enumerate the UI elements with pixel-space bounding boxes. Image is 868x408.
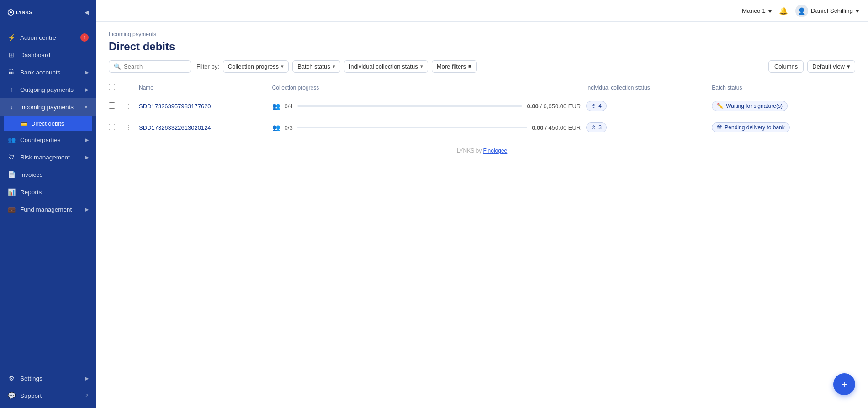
sidebar-item-label: Counterparties [20, 137, 61, 143]
counterparties-icon: 👥 [7, 136, 16, 144]
sidebar-item-label: Support [20, 392, 42, 399]
row-actions-cell: ⋮ [123, 95, 139, 117]
incoming-payments-icon: ↓ [7, 103, 16, 111]
sidebar-navigation: ⚡ Action centre 1 ⊞ Dashboard 🏛 Bank acc… [0, 25, 96, 366]
row-checkbox[interactable] [109, 102, 115, 109]
sidebar-item-label: Fund management [20, 206, 72, 213]
manco-selector[interactable]: Manco 1 ▾ [742, 7, 772, 15]
header-collection-progress: Collection progress [272, 80, 587, 95]
finologee-link[interactable]: Finologee [483, 148, 508, 154]
sidebar-item-settings[interactable]: ⚙ Settings ▶ [0, 370, 96, 387]
manco-label: Manco 1 [742, 7, 766, 14]
collection-progress-label: Collection progress [228, 63, 279, 70]
amount-total: 6,050.00 EUR [544, 103, 581, 110]
more-filters-button[interactable]: More filters ≡ [432, 60, 477, 73]
sidebar-item-counterparties[interactable]: 👥 Counterparties ▶ [0, 131, 96, 148]
user-avatar: 👤 [795, 5, 808, 17]
user-menu[interactable]: 👤 Daniel Schilling ▾ [795, 5, 859, 17]
individual-status-count: 4 [598, 103, 602, 109]
row-batch-status: ✏️ Waiting for signature(s) [712, 95, 855, 117]
progress-group-icon: 👥 [272, 102, 280, 110]
header-individual-collection-status: Individual collection status [586, 80, 712, 95]
sidebar-item-invoices[interactable]: 📄 Invoices [0, 166, 96, 183]
sidebar-item-dashboard[interactable]: ⊞ Dashboard [0, 46, 96, 64]
sidebar-item-risk-management[interactable]: 🛡 Risk management ▶ [0, 148, 96, 166]
manco-chevron-icon: ▾ [768, 7, 772, 15]
search-box[interactable]: 🔍 [109, 60, 191, 73]
chevron-down-icon: ▾ [333, 64, 335, 69]
direct-debits-icon: 💳 [20, 120, 27, 127]
row-individual-status: ⏱ 3 [586, 117, 712, 138]
action-centre-icon: ⚡ [7, 33, 16, 42]
sidebar-item-action-centre[interactable]: ⚡ Action centre 1 [0, 29, 96, 46]
columns-button[interactable]: Columns [768, 60, 804, 73]
outgoing-payments-icon: ↑ [7, 85, 16, 94]
table-row: ⋮ SDD173263957983177620 👥 0/4 0.00 / 6,0… [109, 95, 855, 117]
breadcrumb: Incoming payments [109, 31, 855, 37]
more-filters-label: More filters [437, 63, 466, 70]
batch-status-label: Batch status [297, 63, 330, 70]
filter-bar: 🔍 Filter by: Collection progress ▾ Batch… [96, 60, 868, 80]
chevron-down-icon: ▾ [281, 64, 284, 69]
sidebar: LYNKS ◀ ⚡ Action centre 1 ⊞ Dashboard 🏛 … [0, 0, 96, 408]
individual-status-count: 3 [598, 124, 602, 131]
pending-icon: ⏱ [591, 103, 596, 109]
sidebar-item-outgoing-payments[interactable]: ↑ Outgoing payments ▶ [0, 81, 96, 98]
filter-icon: ≡ [468, 63, 472, 70]
sidebar-logo: LYNKS ◀ [0, 0, 96, 25]
sidebar-item-label: Incoming payments [20, 104, 74, 111]
table-container: Name Collection progress Individual coll… [96, 80, 868, 138]
select-all-checkbox[interactable] [109, 84, 115, 90]
external-link-icon: ↗ [85, 393, 89, 399]
notifications-bell[interactable]: 🔔 [779, 6, 788, 15]
progress-bar [297, 127, 528, 128]
sidebar-item-reports[interactable]: 📊 Reports [0, 183, 96, 201]
settings-icon: ⚙ [7, 374, 16, 382]
sidebar-item-fund-management[interactable]: 💼 Fund management ▶ [0, 201, 96, 218]
row-individual-status: ⏱ 4 [586, 95, 712, 117]
sidebar-item-label: Bank accounts [20, 69, 61, 76]
collection-progress-filter[interactable]: Collection progress ▾ [223, 60, 289, 73]
default-view-button[interactable]: Default view ▾ [807, 60, 855, 73]
progress-amount: 0.00 / 450.00 EUR [532, 124, 581, 131]
amount-total: 450.00 EUR [548, 124, 581, 131]
svg-text:LYNKS: LYNKS [16, 10, 32, 15]
individual-collection-status-filter[interactable]: Individual collection status ▾ [344, 60, 428, 73]
topbar: Manco 1 ▾ 🔔 👤 Daniel Schilling ▾ [96, 0, 868, 22]
row-actions-cell: ⋮ [123, 117, 139, 138]
sidebar-item-incoming-payments[interactable]: ↓ Incoming payments ▼ [0, 98, 96, 116]
lynks-logo: LYNKS [7, 6, 39, 18]
pending-icon: ⏱ [591, 125, 596, 130]
batch-status-badge: 🏛 Pending delivery to bank [712, 122, 789, 132]
sidebar-item-support[interactable]: 💬 Support ↗ [0, 387, 96, 404]
table-header-row: Name Collection progress Individual coll… [109, 80, 855, 95]
search-input[interactable] [124, 63, 179, 70]
header-select-all[interactable] [109, 80, 123, 95]
sidebar-collapse-button[interactable]: ◀ [85, 9, 89, 16]
batch-status-badge: ✏️ Waiting for signature(s) [712, 101, 788, 111]
sidebar-bottom: ⚙ Settings ▶ 💬 Support ↗ [0, 366, 96, 408]
progress-count: 0/3 [285, 124, 293, 131]
progress-group-icon: 👥 [272, 124, 280, 131]
row-menu-button[interactable]: ⋮ [123, 101, 133, 111]
sidebar-item-bank-accounts[interactable]: 🏛 Bank accounts ▶ [0, 64, 96, 81]
row-menu-button[interactable]: ⋮ [123, 123, 133, 132]
sidebar-item-label: Action centre [20, 34, 56, 41]
sidebar-item-direct-debits[interactable]: 💳 Direct debits [4, 116, 92, 131]
reports-icon: 📊 [7, 188, 16, 196]
row-checkbox[interactable] [109, 124, 115, 130]
row-checkbox-cell[interactable] [109, 95, 123, 117]
action-centre-badge: 1 [80, 33, 89, 42]
individual-status-badge: ⏱ 3 [586, 122, 607, 132]
create-button[interactable]: + [833, 373, 855, 395]
row-batch-status: 🏛 Pending delivery to bank [712, 117, 855, 138]
row-name: SDD173263322613020124 [139, 117, 272, 138]
sidebar-item-label: Dashboard [20, 52, 50, 58]
chevron-down-icon: ▾ [420, 64, 423, 69]
header-name: Name [139, 80, 272, 95]
row-checkbox-cell[interactable] [109, 117, 123, 138]
right-actions: Columns Default view ▾ [768, 60, 855, 73]
batch-status-filter[interactable]: Batch status ▾ [292, 60, 340, 73]
amount-separator: / [540, 103, 543, 110]
sidebar-item-label: Settings [20, 375, 42, 382]
